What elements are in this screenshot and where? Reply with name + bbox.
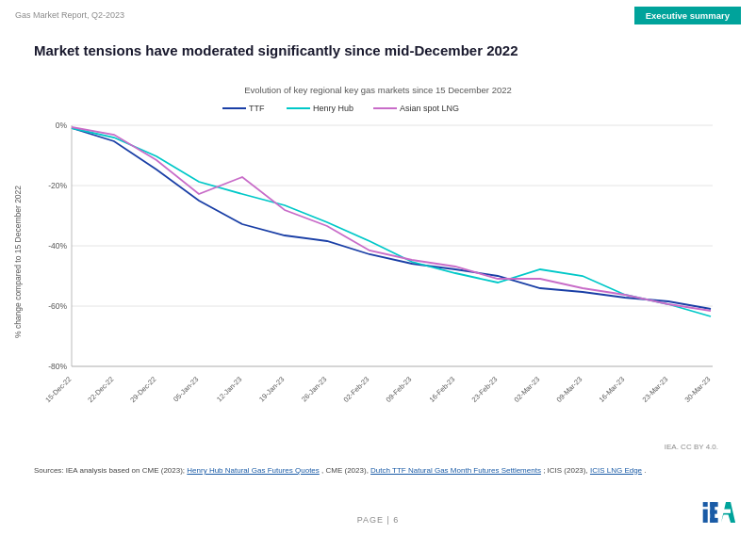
svg-text:Henry Hub: Henry Hub	[313, 104, 353, 113]
svg-rect-36	[703, 510, 708, 523]
svg-text:12-Jan-23: 12-Jan-23	[215, 375, 243, 403]
page: Gas Market Report, Q2-2023 Executive sum…	[0, 0, 756, 534]
source-link-ttf[interactable]: Dutch TTF Natural Gas Month Futures Sett…	[370, 466, 541, 475]
report-label: Gas Market Report, Q2-2023	[15, 10, 124, 20]
henry-hub-line	[72, 128, 711, 316]
sources-prefix: Sources: IEA analysis based on CME (2023…	[34, 466, 187, 475]
svg-text:-40%: -40%	[48, 241, 67, 251]
source-link-icis[interactable]: ICIS LNG Edge	[590, 466, 642, 475]
svg-text:02-Mar-23: 02-Mar-23	[513, 375, 542, 404]
footer-sources: Sources: IEA analysis based on CME (2023…	[34, 465, 722, 476]
svg-text:-80%: -80%	[48, 362, 67, 371]
svg-text:Asian spot LNG: Asian spot LNG	[400, 104, 459, 113]
header-bar: Gas Market Report, Q2-2023 Executive sum…	[0, 0, 756, 30]
svg-text:09-Mar-23: 09-Mar-23	[555, 375, 584, 404]
svg-text:30-Mar-23: 30-Mar-23	[683, 375, 713, 404]
svg-rect-39	[710, 510, 717, 513]
section-badge: Executive summary	[634, 7, 741, 24]
sources-sep1: , CME (2023),	[321, 466, 370, 475]
svg-text:TTF: TTF	[249, 104, 265, 113]
svg-text:-60%: -60%	[48, 301, 67, 311]
svg-text:16-Mar-23: 16-Mar-23	[598, 375, 627, 404]
svg-text:0%: 0%	[56, 121, 68, 130]
svg-text:22-Dec-22: 22-Dec-22	[86, 375, 115, 404]
chart-subtitle: Evolution of key regional key gas market…	[34, 85, 722, 95]
svg-text:23-Feb-23: 23-Feb-23	[470, 375, 500, 404]
sources-end: .	[644, 466, 646, 475]
svg-text:19-Jan-23: 19-Jan-23	[257, 375, 286, 403]
page-number: PAGE | 6	[0, 515, 756, 525]
ttf-line	[72, 128, 711, 309]
svg-text:05-Jan-23: 05-Jan-23	[172, 375, 200, 403]
page-title: Market tensions have moderated significa…	[34, 41, 722, 60]
iea-logo	[701, 498, 741, 526]
svg-text:02-Feb-23: 02-Feb-23	[342, 375, 371, 404]
svg-rect-42	[723, 510, 731, 513]
svg-text:26-Jan-23: 26-Jan-23	[300, 375, 328, 403]
svg-text:09-Feb-23: 09-Feb-23	[385, 375, 414, 404]
source-link-henry-hub[interactable]: Henry Hub Natural Gas Futures Quotes	[187, 466, 320, 475]
svg-rect-40	[710, 518, 717, 523]
svg-text:15-Dec-22: 15-Dec-22	[43, 375, 73, 404]
svg-text:16-Feb-23: 16-Feb-23	[428, 375, 457, 404]
svg-text:29-Dec-22: 29-Dec-22	[128, 375, 157, 404]
svg-text:-20%: -20%	[48, 181, 67, 190]
chart-container: % change compared to 15 December 2022 0%…	[34, 102, 722, 432]
chart-svg: % change compared to 15 December 2022 0%…	[34, 102, 722, 432]
svg-text:23-Mar-23: 23-Mar-23	[641, 375, 670, 404]
asian-lng-line	[72, 127, 711, 311]
sources-sep2: ; ICIS (2023),	[543, 466, 590, 475]
footer-credit: IEA. CC BY 4.0.	[665, 443, 718, 451]
svg-rect-35	[703, 502, 708, 507]
svg-text:% change compared to 15 Decemb: % change compared to 15 December 2022	[13, 186, 23, 338]
